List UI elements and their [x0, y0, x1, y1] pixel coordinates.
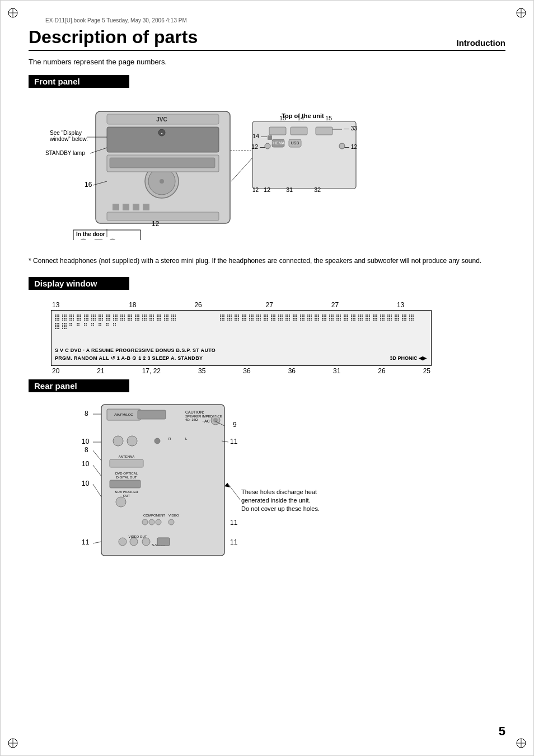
svg-rect-545	[362, 314, 363, 316]
svg-rect-549	[358, 318, 359, 319]
svg-rect-278	[164, 316, 165, 317]
svg-rect-282	[166, 318, 167, 319]
svg-rect-297	[173, 320, 174, 321]
svg-rect-580	[382, 314, 383, 316]
svg-rect-570	[373, 316, 374, 317]
svg-rect-473	[318, 314, 319, 316]
svg-text:SUB WOOFER: SUB WOOFER	[115, 490, 138, 494]
svg-rect-498	[329, 316, 330, 317]
svg-rect-407	[274, 318, 275, 319]
svg-rect-86	[62, 316, 63, 317]
svg-rect-546	[358, 316, 359, 317]
svg-rect-243	[144, 316, 145, 317]
svg-rect-593	[391, 314, 392, 316]
svg-rect-274	[160, 320, 161, 321]
svg-rect-212	[62, 328, 63, 329]
svg-rect-256	[153, 316, 154, 317]
svg-rect-217	[131, 314, 132, 316]
rear-panel-svg: AM/FM/LOC SPEAKERS CAUTION: SPEAKER IMPE…	[40, 399, 476, 567]
svg-rect-482	[318, 320, 319, 321]
svg-rect-99	[71, 316, 72, 317]
svg-rect-147	[100, 316, 101, 317]
svg-rect-533	[354, 314, 355, 316]
svg-rect-514	[338, 318, 339, 319]
svg-rect-403	[273, 316, 274, 317]
svg-rect-106	[73, 320, 74, 321]
svg-rect-263	[157, 314, 158, 316]
svg-rect-120	[86, 314, 87, 316]
svg-rect-182	[120, 316, 121, 317]
svg-rect-117	[78, 320, 79, 321]
svg-rect-292	[175, 316, 176, 317]
svg-rect-491	[325, 318, 326, 319]
svg-rect-649	[113, 325, 114, 326]
svg-rect-122	[84, 316, 85, 317]
svg-rect-439	[294, 316, 296, 317]
svg-rect-423	[285, 314, 287, 316]
svg-rect-410	[274, 320, 275, 321]
svg-rect-93	[64, 320, 65, 321]
svg-rect-249	[144, 320, 145, 321]
svg-rect-223	[131, 318, 132, 319]
svg-rect-179	[120, 314, 121, 316]
svg-rect-501	[329, 318, 330, 319]
svg-text:12: 12	[264, 186, 270, 193]
svg-rect-490	[324, 318, 325, 319]
svg-rect-379	[258, 316, 259, 317]
svg-point-662	[113, 436, 123, 446]
display-text-row2: PRGM. RANDOM ALL ↺ 1 A-B ⊙ 1 2 3 SLEEP A…	[55, 355, 203, 361]
svg-rect-164	[106, 320, 107, 321]
svg-point-663	[127, 436, 137, 446]
svg-rect-436	[294, 314, 296, 316]
svg-rect-419	[282, 318, 283, 319]
svg-rect-366	[249, 316, 250, 317]
svg-rect-304	[78, 323, 79, 324]
svg-rect-358	[243, 318, 245, 319]
svg-rect-610	[396, 318, 397, 319]
svg-rect-492	[322, 320, 323, 321]
svg-rect-208	[65, 325, 67, 326]
svg-point-683	[130, 538, 138, 546]
svg-rect-112	[80, 316, 81, 317]
svg-rect-294	[173, 318, 174, 319]
svg-rect-299	[69, 323, 71, 324]
display-bot-20: 20	[52, 367, 59, 375]
svg-rect-137	[91, 318, 92, 319]
svg-rect-272	[157, 320, 158, 321]
svg-text:15: 15	[279, 115, 286, 121]
svg-rect-199	[58, 326, 59, 327]
svg-rect-157	[109, 314, 110, 316]
svg-rect-625	[404, 320, 405, 321]
svg-rect-136	[95, 316, 96, 317]
svg-rect-104	[69, 320, 71, 321]
svg-rect-22	[110, 158, 215, 168]
svg-rect-607	[396, 316, 397, 317]
svg-rect-270	[158, 318, 160, 319]
svg-rect-341	[238, 314, 239, 316]
svg-rect-603	[395, 314, 396, 316]
svg-rect-418	[280, 318, 281, 319]
svg-rect-119	[84, 314, 85, 316]
svg-rect-287	[171, 314, 172, 316]
svg-rect-107	[77, 314, 78, 316]
svg-rect-128	[84, 320, 85, 321]
svg-rect-160	[109, 316, 110, 317]
svg-rect-127	[87, 318, 88, 319]
svg-rect-259	[153, 318, 154, 319]
svg-rect-95	[69, 314, 71, 316]
svg-rect-183	[122, 316, 123, 317]
svg-rect-145	[102, 314, 103, 316]
svg-rect-524	[347, 316, 348, 317]
svg-rect-601	[389, 320, 390, 321]
svg-rect-167	[113, 314, 114, 316]
svg-rect-149	[99, 318, 100, 319]
svg-rect-252	[151, 314, 152, 316]
svg-rect-444	[293, 320, 294, 321]
svg-rect-172	[116, 316, 118, 317]
svg-rect-225	[129, 320, 130, 321]
svg-rect-454	[302, 318, 303, 319]
svg-rect-213	[64, 328, 65, 329]
svg-rect-567	[373, 314, 374, 316]
svg-rect-609	[395, 318, 396, 319]
svg-line-697	[93, 484, 101, 497]
